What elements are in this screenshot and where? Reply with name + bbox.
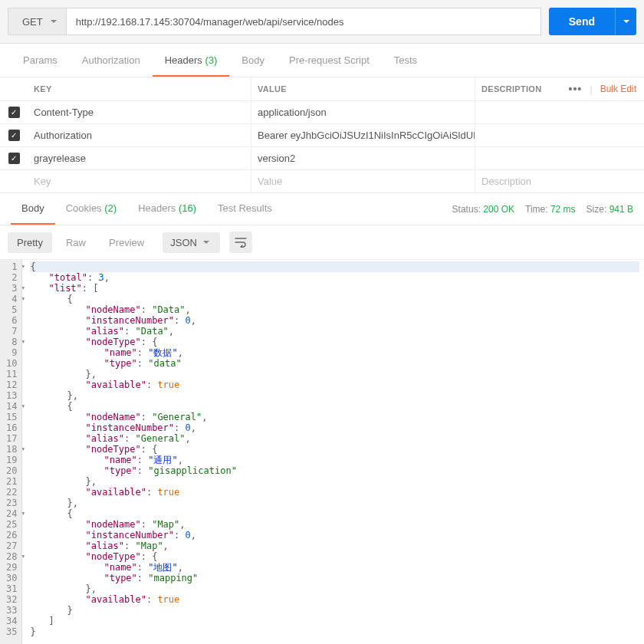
col-key: KEY — [28, 77, 251, 100]
resp-tab-cookies[interactable]: Cookies (2) — [55, 193, 127, 225]
resp-tab-tests[interactable]: Test Results — [207, 193, 283, 225]
http-method-select[interactable]: GET — [8, 8, 66, 35]
header-desc[interactable] — [475, 147, 644, 169]
header-value[interactable]: application/json — [251, 101, 475, 123]
tab-params[interactable]: Params — [11, 44, 70, 77]
checkbox-icon[interactable] — [8, 107, 20, 118]
bulk-edit-link[interactable]: Bulk Edit — [600, 84, 636, 94]
header-key[interactable]: Authorization — [28, 124, 251, 146]
http-method-label: GET — [22, 16, 43, 28]
header-value[interactable]: Bearer eyJhbGciOiJSUzI1NiIsInR5cCIgOiAiS… — [251, 124, 475, 146]
header-row[interactable]: Content-Type application/json — [0, 100, 644, 123]
header-desc-placeholder[interactable]: Description — [475, 170, 644, 192]
header-value[interactable]: version2 — [251, 147, 475, 169]
checkbox-icon[interactable] — [8, 130, 20, 141]
tab-authorization[interactable]: Authorization — [70, 44, 153, 77]
view-raw[interactable]: Raw — [57, 232, 95, 253]
tab-prerequest[interactable]: Pre-request Script — [277, 44, 382, 77]
header-desc[interactable] — [475, 101, 644, 123]
request-tabs: Params Authorization Headers (3) Body Pr… — [0, 44, 644, 77]
checkbox-icon[interactable] — [8, 153, 20, 164]
url-input[interactable] — [66, 8, 541, 35]
view-preview[interactable]: Preview — [100, 232, 153, 253]
header-row-new[interactable]: Key Value Description — [0, 169, 644, 192]
response-meta: Status: 200 OK Time: 72 ms Size: 941 B — [452, 204, 633, 215]
format-select[interactable]: JSON — [163, 232, 220, 253]
header-key[interactable]: grayrelease — [28, 147, 251, 169]
header-key[interactable]: Content-Type — [28, 101, 251, 123]
header-row[interactable]: Authorization Bearer eyJhbGciOiJSUzI1NiI… — [0, 123, 644, 146]
view-pretty[interactable]: Pretty — [8, 232, 52, 253]
wrap-lines-icon[interactable] — [229, 232, 252, 253]
tab-tests[interactable]: Tests — [382, 44, 429, 77]
header-row[interactable]: grayrelease version2 — [0, 146, 644, 169]
more-icon[interactable]: ••• — [569, 83, 583, 95]
response-body-viewer[interactable]: 1234567891011121314151617181920212223242… — [0, 260, 644, 644]
header-desc[interactable] — [475, 124, 644, 146]
tab-headers[interactable]: Headers (3) — [153, 44, 230, 77]
response-tabs: Body Cookies (2) Headers (16) Test Resul… — [11, 193, 283, 225]
col-desc: DESCRIPTION — [475, 77, 547, 100]
header-value-placeholder[interactable]: Value — [251, 170, 475, 192]
tab-body[interactable]: Body — [229, 44, 277, 77]
resp-tab-body[interactable]: Body — [11, 193, 55, 225]
headers-table: KEY VALUE DESCRIPTION ••• | Bulk Edit Co… — [0, 77, 644, 193]
send-button[interactable]: Send — [549, 8, 615, 35]
resp-tab-headers[interactable]: Headers (16) — [127, 193, 207, 225]
send-dropdown-button[interactable] — [615, 8, 636, 35]
header-key-placeholder[interactable]: Key — [28, 170, 251, 192]
col-value: VALUE — [251, 77, 475, 100]
